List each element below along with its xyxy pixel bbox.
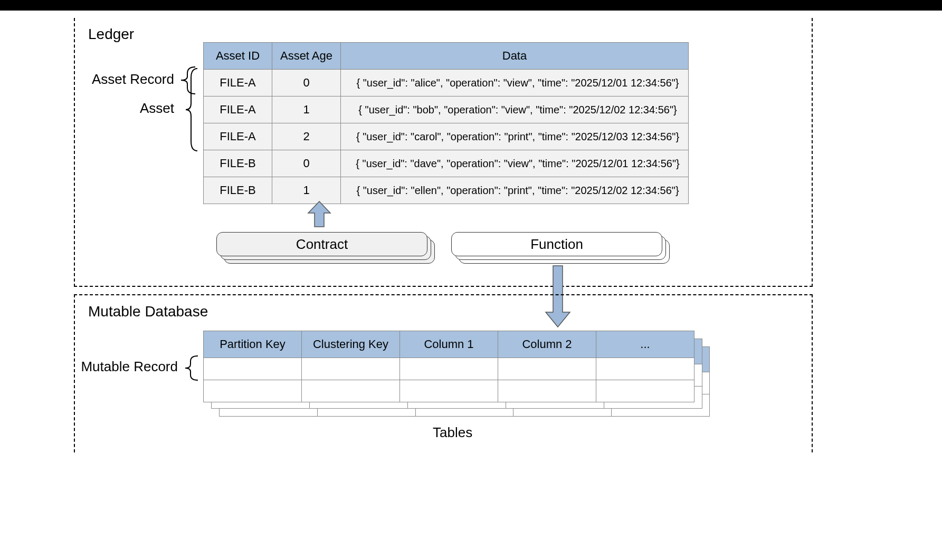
contract-label: Contract <box>296 236 348 253</box>
ledger-title: Ledger <box>88 26 798 43</box>
cell-data: { "user_id": "alice", "operation": "view… <box>341 70 689 96</box>
contract-layer-front: Contract <box>216 232 427 256</box>
mutable-header-row: Partition Key Clustering Key Column 1 Co… <box>204 331 694 358</box>
cell-assetid: FILE-B <box>204 150 272 177</box>
asset-label: Asset <box>106 100 174 117</box>
cell-data: { "user_id": "ellen", "operation": "prin… <box>341 177 689 204</box>
cell-assetage: 0 <box>272 150 341 177</box>
ledger-header-row: Asset ID Asset Age Data <box>204 43 689 70</box>
asset-brace <box>185 67 199 154</box>
function-layer-front: Function <box>451 232 662 256</box>
mutable-header: Partition Key <box>204 331 302 358</box>
cell-data: { "user_id": "carol", "operation": "prin… <box>341 123 689 150</box>
up-arrow-icon <box>306 200 332 231</box>
asset-record-label: Asset Record <box>74 71 174 88</box>
ledger-header-data: Data <box>341 43 689 70</box>
table-row: FILE-B 1 { "user_id": "ellen", "operatio… <box>204 177 689 204</box>
function-box: Function <box>451 232 662 262</box>
mutable-header: ... <box>596 331 694 358</box>
mutable-database-title: Mutable Database <box>88 303 798 320</box>
function-label: Function <box>530 236 583 253</box>
table-row: FILE-A 2 { "user_id": "carol", "operatio… <box>204 123 689 150</box>
mutable-header: Clustering Key <box>302 331 400 358</box>
cell-data: { "user_id": "dave", "operation": "view"… <box>341 150 689 177</box>
ledger-header-assetid: Asset ID <box>204 43 272 70</box>
cell-assetid: FILE-A <box>204 96 272 123</box>
cell-assetage: 1 <box>272 177 341 204</box>
contract-box: Contract <box>216 232 427 262</box>
table-row: FILE-A 1 { "user_id": "bob", "operation"… <box>204 96 689 123</box>
mutable-table-front: Partition Key Clustering Key Column 1 Co… <box>203 331 694 402</box>
table-row: FILE-A 0 { "user_id": "alice", "operatio… <box>204 70 689 96</box>
tables-caption: Tables <box>433 424 472 441</box>
cell-assetid: FILE-A <box>204 70 272 96</box>
cell-assetid: FILE-B <box>204 177 272 204</box>
mutable-record-brace <box>182 355 201 383</box>
mutable-header: Column 2 <box>498 331 596 358</box>
ledger-table: Asset ID Asset Age Data FILE-A 0 { "user… <box>203 42 689 204</box>
cell-assetid: FILE-A <box>204 123 272 150</box>
ledger-header-assetage: Asset Age <box>272 43 341 70</box>
table-row <box>204 380 694 402</box>
mutable-record-label: Mutable Record <box>70 359 178 375</box>
top-black-bar <box>0 0 942 11</box>
table-row: FILE-B 0 { "user_id": "dave", "operation… <box>204 150 689 177</box>
table-row <box>204 358 694 380</box>
cell-data: { "user_id": "bob", "operation": "view",… <box>341 96 689 123</box>
cell-assetage: 2 <box>272 123 341 150</box>
cell-assetage: 0 <box>272 70 341 96</box>
cell-assetage: 1 <box>272 96 341 123</box>
mutable-header: Column 1 <box>400 331 498 358</box>
